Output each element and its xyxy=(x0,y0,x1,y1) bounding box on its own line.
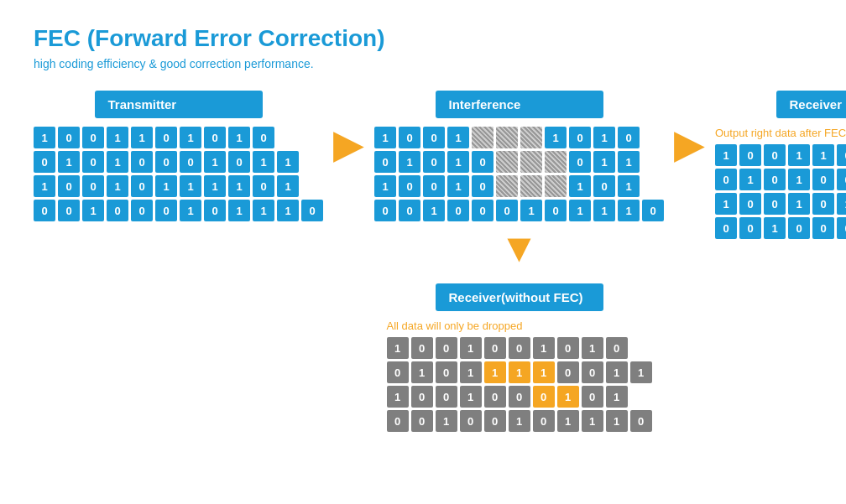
bit-cell: 0 xyxy=(411,386,433,408)
bit-cell: 0 xyxy=(630,410,652,432)
bit-cell: 0 xyxy=(204,127,226,148)
bit-cell: 0 xyxy=(837,144,846,166)
bit-cell: 1 xyxy=(460,361,482,383)
bit-cell: 1 xyxy=(569,175,591,197)
bit-cell: 1 xyxy=(387,386,409,408)
bit-cell: 1 xyxy=(277,175,299,197)
bit-cell: 1 xyxy=(520,200,542,221)
bit-cell: 1 xyxy=(253,200,274,221)
bit-cell: 1 xyxy=(374,175,396,197)
bit-cell: 0 xyxy=(204,200,226,221)
bit-cell: 0 xyxy=(484,410,506,432)
bit-cell: 1 xyxy=(228,175,250,197)
bit-cell: 1 xyxy=(180,127,201,148)
bit-cell: 0 xyxy=(180,151,201,173)
bit-cell: 0 xyxy=(34,200,55,221)
bit-cell: 0 xyxy=(837,217,846,239)
bit-cell: 1 xyxy=(618,175,640,197)
bit-cell: 0 xyxy=(764,144,786,166)
bit-cell: 1 xyxy=(509,361,530,383)
bit-cell: 0 xyxy=(545,200,567,221)
bit-cell: 0 xyxy=(472,151,494,173)
bit-cell: 0 xyxy=(82,175,104,197)
bit-cell: 1 xyxy=(545,127,567,148)
bit-cell: 1 xyxy=(228,200,250,221)
bit-cell: 0 xyxy=(423,151,445,173)
bit-cell: 0 xyxy=(399,175,420,197)
interference-block: Interference 100110100101001110010101001… xyxy=(374,91,664,221)
bit-cell xyxy=(520,127,542,148)
bit-cell: 1 xyxy=(788,169,810,190)
bit-cell: 0 xyxy=(301,200,323,221)
bit-cell: 1 xyxy=(630,361,652,383)
arrow-right-2: ▶ xyxy=(674,124,705,164)
transmitter-grid: 1001101010010100010111001011110100100010… xyxy=(34,127,323,221)
bit-cell: 0 xyxy=(399,127,420,148)
bit-cell: 0 xyxy=(155,127,177,148)
bit-cell: 0 xyxy=(618,127,640,148)
bit-cell: 0 xyxy=(739,144,761,166)
bit-cell: 0 xyxy=(387,361,409,383)
bit-cell: 1 xyxy=(593,151,615,173)
bit-cell: 0 xyxy=(131,200,153,221)
bit-cell: 1 xyxy=(180,200,201,221)
bit-cell: 0 xyxy=(788,217,810,239)
receiver-nofec-label: All data will only be dropped xyxy=(387,320,652,332)
bit-cell: 1 xyxy=(812,144,834,166)
bit-cell: 0 xyxy=(812,193,834,215)
bit-row: 01010001011 xyxy=(34,151,323,173)
bit-cell: 0 xyxy=(82,127,104,148)
bit-cell: 1 xyxy=(131,127,153,148)
bit-cell: 0 xyxy=(764,169,786,190)
bit-cell: 1 xyxy=(557,410,579,432)
bit-cell: 1 xyxy=(460,386,482,408)
bit-cell: 0 xyxy=(436,361,457,383)
receiver-fec-header: Receiver (FEC) xyxy=(776,91,847,118)
bit-cell xyxy=(496,151,518,173)
bit-cell: 1 xyxy=(606,386,628,408)
bit-cell: 0 xyxy=(569,127,591,148)
bit-cell: 0 xyxy=(253,127,274,148)
bit-cell: 0 xyxy=(837,169,846,190)
bit-cell: 1 xyxy=(447,151,469,173)
bit-row: 1001001010 xyxy=(387,337,652,359)
bit-cell: 0 xyxy=(447,200,469,221)
bit-cell: 1 xyxy=(715,193,737,215)
bit-row: 10010111101 xyxy=(715,193,846,215)
bit-cell: 0 xyxy=(557,337,579,359)
bit-cell: 0 xyxy=(533,410,555,432)
bit-cell: 1 xyxy=(557,386,579,408)
bit-cell: 1 xyxy=(423,200,445,221)
bit-cell: 1 xyxy=(447,127,469,148)
bit-cell: 0 xyxy=(131,175,153,197)
bit-cell: 1 xyxy=(82,200,104,221)
bit-cell: 1 xyxy=(533,361,555,383)
bit-cell: 1 xyxy=(387,337,409,359)
bit-cell: 1 xyxy=(764,217,786,239)
bit-cell: 0 xyxy=(374,200,396,221)
bit-cell: 0 xyxy=(131,151,153,173)
bit-cell: 0 xyxy=(606,337,628,359)
bit-cell: 0 xyxy=(82,151,104,173)
bit-cell: 0 xyxy=(812,169,834,190)
bit-row: 1001101010 xyxy=(34,127,323,148)
bit-cell xyxy=(545,175,567,197)
bit-cell: 0 xyxy=(423,127,445,148)
bit-row: 01010001011 xyxy=(715,169,846,190)
bit-cell: 0 xyxy=(533,386,555,408)
bit-cell: 0 xyxy=(509,337,530,359)
bit-cell: 1 xyxy=(593,200,615,221)
bit-cell: 0 xyxy=(155,151,177,173)
bit-cell: 0 xyxy=(34,151,55,173)
bit-cell xyxy=(496,175,518,197)
bit-cell: 0 xyxy=(155,200,177,221)
bit-cell: 0 xyxy=(472,200,494,221)
bit-row: 01011110011 xyxy=(387,361,652,383)
bit-cell: 0 xyxy=(642,200,664,221)
bit-cell: 1 xyxy=(411,361,433,383)
bit-cell: 1 xyxy=(204,175,226,197)
main-title: FEC (Forward Error Correction) xyxy=(34,25,812,52)
interference-header: Interference xyxy=(436,91,603,118)
bit-cell: 1 xyxy=(253,151,274,173)
bit-cell: 1 xyxy=(277,200,299,221)
